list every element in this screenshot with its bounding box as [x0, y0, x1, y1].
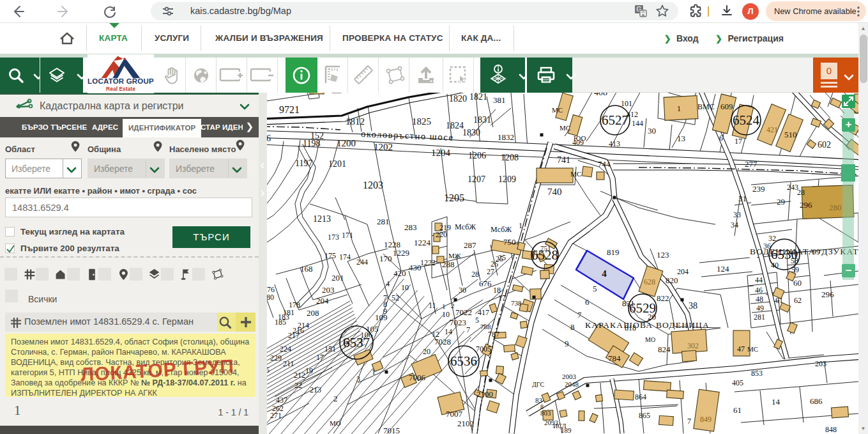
- measure-distance-button[interactable]: [348, 58, 379, 93]
- address-bar[interactable]: kais.cadastre.bg/bg/Map G: [151, 2, 678, 20]
- zoom-in-rect-button[interactable]: [217, 58, 247, 93]
- measure-area-button[interactable]: [317, 58, 348, 93]
- svg-text:848: 848: [825, 425, 837, 434]
- nav-item-2[interactable]: ЖАЛБИ И ВЪЗРАЖЕНИЯ: [215, 23, 323, 54]
- extensions-icon[interactable]: [689, 4, 704, 19]
- svg-text:6536: 6536: [450, 353, 477, 369]
- panel-header[interactable]: Кадастрална карта и регистри: [0, 95, 259, 117]
- print-button[interactable]: [527, 58, 572, 93]
- tab-identifier[interactable]: ИДЕНТИФИКАТОР: [123, 119, 201, 137]
- page-number[interactable]: 1: [14, 403, 21, 419]
- full-extent-button[interactable]: [186, 58, 217, 93]
- tab-quick-search[interactable]: БЪРЗО ТЪРСЕНЕ: [22, 117, 87, 137]
- draw-polygon-button[interactable]: [379, 58, 409, 93]
- zoom-out-rect-button[interactable]: [247, 58, 278, 93]
- nav-item-4[interactable]: КАК ДА...: [461, 23, 501, 54]
- zoom-in-button[interactable]: +: [842, 118, 855, 132]
- marquee-select-button[interactable]: [443, 58, 474, 93]
- svg-text:10: 10: [442, 310, 450, 319]
- browser-forward-icon[interactable]: [56, 4, 72, 19]
- svg-text:201: 201: [331, 273, 344, 283]
- nav-item-3[interactable]: ПРОВЕРКА НА СТАТУС: [342, 23, 443, 54]
- all-checkbox[interactable]: [5, 290, 18, 302]
- tabs-more-arrow[interactable]: ❯: [245, 117, 254, 137]
- current-view-checkbox[interactable]: [5, 227, 15, 236]
- page-scrollbar[interactable]: ▲ ▼: [858, 23, 868, 434]
- svg-text:62: 62: [794, 296, 802, 305]
- browser-back-icon[interactable]: [10, 4, 26, 19]
- search-button[interactable]: ТЪРСИ: [172, 226, 250, 248]
- oblast-select[interactable]: Изберете: [5, 159, 82, 178]
- layer-checkbox-building[interactable]: [67, 268, 80, 281]
- chrome-update-button[interactable]: New Chrome available: [766, 1, 866, 21]
- result-zoom-icon[interactable]: [218, 316, 231, 331]
- tab-address[interactable]: АДРЕС: [92, 117, 118, 137]
- svg-text:609: 609: [720, 102, 733, 111]
- layer-checkbox-grid[interactable]: [4, 268, 17, 281]
- selection-basket-button[interactable]: 0: [813, 58, 859, 93]
- layer-checkbox-flag[interactable]: [161, 268, 174, 281]
- result-row[interactable]: Поземлен имот 14831.6529.4 с. Герман: [5, 313, 255, 332]
- browser-menu-icon[interactable]: [857, 6, 860, 17]
- home-icon[interactable]: [58, 31, 76, 49]
- nav-item-1[interactable]: УСЛУГИ: [155, 23, 189, 54]
- cadastral-map[interactable]: 46527652465286530652965376536околовръстн…: [267, 93, 858, 434]
- upload-button[interactable]: [409, 58, 443, 93]
- layer-checkbox-layers[interactable]: [130, 268, 142, 281]
- identifier-input[interactable]: 14831.6529.4: [5, 198, 252, 217]
- svg-text:819: 819: [607, 247, 620, 257]
- layer-checkbox-house[interactable]: [36, 268, 49, 281]
- toolbar-search-button[interactable]: [0, 58, 40, 93]
- register-link[interactable]: Регистрация: [727, 33, 784, 43]
- layer-checkbox-polygon[interactable]: [192, 268, 205, 281]
- divider-collapse-icon[interactable]: [260, 162, 265, 171]
- svg-text:ВМС: ВМС: [697, 102, 715, 111]
- svg-text:20: 20: [648, 312, 656, 322]
- svg-text:175: 175: [324, 251, 336, 260]
- result-details[interactable]: Поземлен имот 14831.6529.4, област София…: [5, 334, 255, 397]
- svg-text:174: 174: [339, 252, 351, 261]
- flag-icon: [179, 268, 194, 282]
- svg-text:602: 602: [818, 140, 831, 150]
- zoom-slider-thumb[interactable]: [841, 164, 855, 182]
- svg-text:11: 11: [429, 301, 436, 310]
- svg-text:7: 7: [383, 293, 387, 302]
- tab-old-identifier[interactable]: СТАР ИДЕНТ: [201, 117, 243, 137]
- panel-collapse-icon[interactable]: [240, 102, 250, 113]
- info-layers-button[interactable]: [480, 58, 525, 93]
- profile-avatar[interactable]: Л: [742, 3, 759, 20]
- panel-map-divider[interactable]: [259, 93, 267, 434]
- svg-text:ЮО: ЮО: [574, 134, 586, 142]
- naseleno-select[interactable]: Изберете: [169, 159, 247, 178]
- scrollbar-thumb[interactable]: [860, 35, 867, 83]
- svg-text:277: 277: [745, 159, 758, 169]
- toolbar-layers-button[interactable]: [40, 58, 83, 93]
- nav-separator: [330, 26, 330, 51]
- svg-text:96: 96: [267, 134, 271, 143]
- identify-tool-button[interactable]: [286, 58, 317, 93]
- divider-expand-icon[interactable]: [260, 190, 265, 199]
- map-fullscreen-button[interactable]: [842, 95, 855, 108]
- download-icon[interactable]: [719, 4, 735, 19]
- layer-checkbox-pin[interactable]: [98, 268, 111, 281]
- svg-text:МС: МС: [570, 170, 581, 178]
- svg-text:36: 36: [763, 242, 771, 251]
- svg-text:820: 820: [666, 275, 678, 285]
- url-text[interactable]: kais.cadastre.bg/bg/Map: [190, 6, 291, 16]
- svg-text:1821: 1821: [469, 93, 487, 102]
- browser-reload-icon[interactable]: [102, 4, 118, 19]
- result-add-button[interactable]: [236, 313, 255, 332]
- pan-tool-button[interactable]: [155, 58, 186, 93]
- scroll-up-icon[interactable]: ▲: [858, 26, 868, 31]
- scroll-down-icon[interactable]: ▼: [858, 426, 868, 431]
- svg-text:744: 744: [598, 159, 611, 169]
- obshtina-select[interactable]: Изберете: [88, 159, 165, 178]
- svg-text:33: 33: [733, 210, 741, 219]
- map-canvas[interactable]: 46527652465286530652965376536околовръстн…: [267, 93, 858, 434]
- first-200-checkbox[interactable]: [5, 244, 15, 253]
- zoom-out-button[interactable]: –: [842, 264, 855, 277]
- svg-text:628: 628: [644, 277, 655, 286]
- pinned-extension-icon[interactable]: [708, 6, 709, 17]
- zoom-slider-track[interactable]: [842, 109, 854, 280]
- login-link[interactable]: Вход: [676, 33, 699, 43]
